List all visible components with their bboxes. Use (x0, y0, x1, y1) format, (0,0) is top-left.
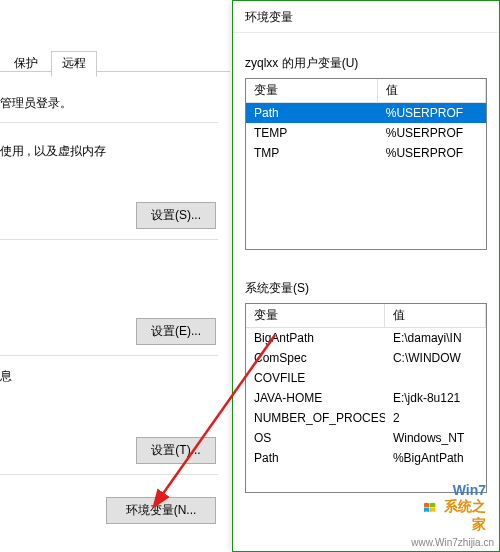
windows-logo-icon (423, 496, 436, 520)
col-header-value[interactable]: 值 (378, 79, 486, 103)
var-name-cell: OS (246, 428, 385, 448)
var-value-cell: Windows_NT (385, 428, 486, 448)
divider (0, 122, 218, 123)
tab-bar: 保护 远程 (0, 50, 230, 72)
var-name-cell: JAVA-HOME (246, 388, 385, 408)
var-value-cell: %USERPROF (378, 103, 486, 124)
table-row[interactable]: TMP%USERPROF (246, 143, 486, 163)
var-name-cell: Path (246, 103, 378, 124)
watermark-text-1a: Win7 (453, 482, 486, 498)
divider (0, 474, 218, 475)
var-value-cell: E:\jdk-8u121 (385, 388, 486, 408)
watermark-text-1b: 系统之家 (444, 498, 486, 532)
table-row[interactable]: BigAntPathE:\damayi\IN (246, 328, 486, 349)
tab-protect[interactable]: 保护 (4, 52, 48, 76)
var-value-cell: C:\WINDOW (385, 348, 486, 368)
var-value-cell: %BigAntPath (385, 448, 486, 468)
var-name-cell: COVFILE (246, 368, 385, 388)
environment-variables-dialog: 环境变量 zyqlxx 的用户变量(U) 变量 值 Path%USERPROFT… (232, 0, 500, 552)
user-variables-table[interactable]: 变量 值 Path%USERPROFTEMP%USERPROFTMP%USERP… (245, 78, 487, 250)
var-name-cell: NUMBER_OF_PROCESSORS (246, 408, 385, 428)
admin-login-text: 管理员登录。 (0, 85, 218, 118)
table-row[interactable]: NUMBER_OF_PROCESSORS2 (246, 408, 486, 428)
col-header-variable[interactable]: 变量 (246, 304, 385, 328)
var-name-cell: ComSpec (246, 348, 385, 368)
table-row[interactable]: TEMP%USERPROF (246, 123, 486, 143)
table-row[interactable]: COVFILE (246, 368, 486, 388)
info-section-tail: 息 (0, 358, 218, 391)
table-row[interactable]: OSWindows_NT (246, 428, 486, 448)
settings-e-button[interactable]: 设置(E)... (136, 318, 216, 345)
system-variables-label: 系统变量(S) (233, 250, 499, 303)
system-properties-window: 保护 远程 管理员登录。 使用 , 以及虚拟内存 设置(S)... 设置(E).… (0, 0, 230, 552)
col-header-variable[interactable]: 变量 (246, 79, 378, 103)
var-name-cell: TEMP (246, 123, 378, 143)
table-row[interactable]: ComSpecC:\WINDOW (246, 348, 486, 368)
var-name-cell: Path (246, 448, 385, 468)
table-row[interactable]: Path%BigAntPath (246, 448, 486, 468)
var-value-cell: %USERPROF (378, 143, 486, 163)
var-name-cell: BigAntPath (246, 328, 385, 349)
table-row[interactable]: Path%USERPROF (246, 103, 486, 124)
divider (0, 355, 218, 356)
dialog-title: 环境变量 (233, 1, 499, 33)
table-row[interactable]: JAVA-HOMEE:\jdk-8u121 (246, 388, 486, 408)
settings-s-button[interactable]: 设置(S)... (136, 202, 216, 229)
user-variables-label: zyqlxx 的用户变量(U) (233, 33, 499, 78)
watermark-url: www.Win7zhijia.cn (411, 537, 494, 548)
var-value-cell: 2 (385, 408, 486, 428)
environment-variables-button[interactable]: 环境变量(N... (106, 497, 216, 524)
system-variables-table[interactable]: 变量 值 BigAntPathE:\damayi\INComSpecC:\WIN… (245, 303, 487, 493)
settings-t-button[interactable]: 设置(T)... (136, 437, 216, 464)
var-value-cell: E:\damayi\IN (385, 328, 486, 349)
divider (0, 239, 218, 240)
vm-text: 使用 , 以及虚拟内存 (0, 133, 218, 166)
var-value-cell: %USERPROF (378, 123, 486, 143)
tab-remote[interactable]: 远程 (51, 51, 97, 77)
col-header-value[interactable]: 值 (385, 304, 486, 328)
var-name-cell: TMP (246, 143, 378, 163)
var-value-cell (385, 368, 486, 388)
